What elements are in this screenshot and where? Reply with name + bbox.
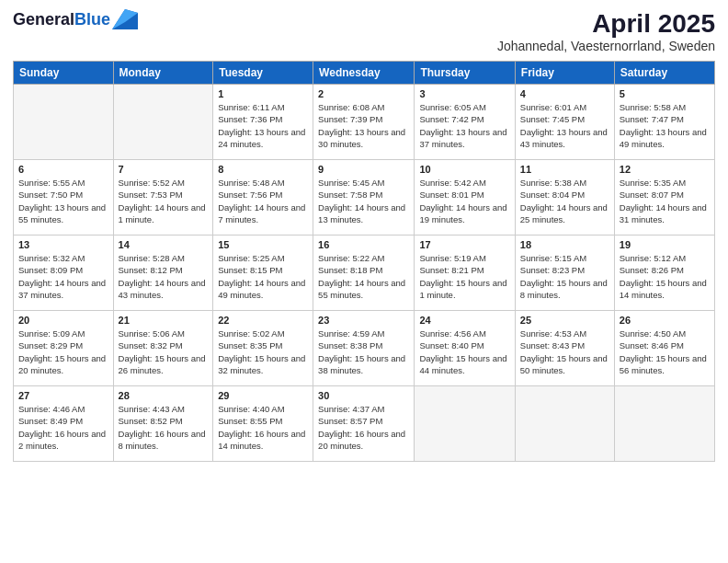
calendar-cell: 6Sunrise: 5:55 AMSunset: 7:50 PMDaylight… bbox=[14, 160, 114, 236]
calendar-week-4: 20Sunrise: 5:09 AMSunset: 8:29 PMDayligh… bbox=[14, 311, 715, 386]
day-number: 21 bbox=[119, 315, 209, 326]
calendar-cell: 12Sunrise: 5:35 AMSunset: 8:07 PMDayligh… bbox=[614, 160, 714, 236]
calendar-cell: 4Sunrise: 6:01 AMSunset: 7:45 PMDaylight… bbox=[515, 85, 614, 160]
calendar-cell: 14Sunrise: 5:28 AMSunset: 8:12 PMDayligh… bbox=[113, 236, 213, 311]
calendar-cell: 8Sunrise: 5:48 AMSunset: 7:56 PMDaylight… bbox=[213, 160, 313, 236]
day-info: Sunrise: 5:19 AMSunset: 8:21 PMDaylight:… bbox=[419, 252, 509, 301]
calendar-cell: 21Sunrise: 5:06 AMSunset: 8:32 PMDayligh… bbox=[113, 311, 213, 386]
col-tuesday: Tuesday bbox=[213, 62, 313, 85]
day-number: 28 bbox=[119, 390, 209, 401]
day-number: 2 bbox=[318, 88, 409, 99]
day-info: Sunrise: 5:28 AMSunset: 8:12 PMDaylight:… bbox=[119, 252, 209, 301]
calendar-week-1: 1Sunrise: 6:11 AMSunset: 7:36 PMDaylight… bbox=[14, 85, 715, 160]
day-info: Sunrise: 5:09 AMSunset: 8:29 PMDaylight:… bbox=[18, 327, 108, 376]
calendar-cell bbox=[113, 85, 213, 160]
calendar-cell: 10Sunrise: 5:42 AMSunset: 8:01 PMDayligh… bbox=[415, 160, 515, 236]
day-info: Sunrise: 5:55 AMSunset: 7:50 PMDaylight:… bbox=[18, 177, 108, 225]
day-number: 23 bbox=[318, 315, 409, 326]
calendar-header-row: Sunday Monday Tuesday Wednesday Thursday… bbox=[14, 62, 715, 85]
logo-general-text: GeneralBlue bbox=[13, 10, 110, 29]
day-info: Sunrise: 5:38 AMSunset: 8:04 PMDaylight:… bbox=[520, 177, 609, 225]
calendar-cell: 2Sunrise: 6:08 AMSunset: 7:39 PMDaylight… bbox=[313, 85, 415, 160]
day-info: Sunrise: 5:06 AMSunset: 8:32 PMDaylight:… bbox=[119, 327, 209, 376]
calendar-cell: 9Sunrise: 5:45 AMSunset: 7:58 PMDaylight… bbox=[313, 160, 415, 236]
day-number: 19 bbox=[620, 239, 710, 250]
calendar-cell: 19Sunrise: 5:12 AMSunset: 8:26 PMDayligh… bbox=[614, 236, 714, 311]
day-info: Sunrise: 4:59 AMSunset: 8:38 PMDaylight:… bbox=[318, 327, 409, 376]
day-number: 6 bbox=[18, 164, 108, 175]
day-info: Sunrise: 5:25 AMSunset: 8:15 PMDaylight:… bbox=[218, 252, 308, 301]
calendar-cell: 27Sunrise: 4:46 AMSunset: 8:49 PMDayligh… bbox=[14, 386, 114, 462]
day-info: Sunrise: 4:56 AMSunset: 8:40 PMDaylight:… bbox=[419, 327, 509, 376]
day-info: Sunrise: 4:53 AMSunset: 8:43 PMDaylight:… bbox=[520, 327, 609, 376]
calendar-cell bbox=[614, 386, 714, 462]
day-number: 14 bbox=[119, 239, 209, 250]
header: GeneralBlue April 2025 Johannedal, Vaest… bbox=[13, 9, 715, 53]
calendar-cell: 30Sunrise: 4:37 AMSunset: 8:57 PMDayligh… bbox=[313, 386, 415, 462]
day-number: 3 bbox=[419, 88, 509, 99]
calendar-week-3: 13Sunrise: 5:32 AMSunset: 8:09 PMDayligh… bbox=[14, 236, 715, 311]
calendar-cell: 29Sunrise: 4:40 AMSunset: 8:55 PMDayligh… bbox=[213, 386, 313, 462]
calendar-cell bbox=[415, 386, 515, 462]
day-number: 7 bbox=[119, 164, 209, 175]
day-number: 22 bbox=[218, 315, 308, 326]
day-info: Sunrise: 5:15 AMSunset: 8:23 PMDaylight:… bbox=[520, 252, 609, 301]
day-info: Sunrise: 5:02 AMSunset: 8:35 PMDaylight:… bbox=[218, 327, 308, 376]
day-number: 8 bbox=[218, 164, 308, 175]
day-info: Sunrise: 6:05 AMSunset: 7:42 PMDaylight:… bbox=[419, 101, 509, 150]
day-info: Sunrise: 5:52 AMSunset: 7:53 PMDaylight:… bbox=[119, 177, 209, 225]
day-info: Sunrise: 5:32 AMSunset: 8:09 PMDaylight:… bbox=[18, 252, 108, 301]
calendar-cell: 11Sunrise: 5:38 AMSunset: 8:04 PMDayligh… bbox=[515, 160, 614, 236]
page-subtitle: Johannedal, Vaesternorrland, Sweden bbox=[497, 39, 715, 53]
day-number: 11 bbox=[520, 164, 609, 175]
calendar-week-5: 27Sunrise: 4:46 AMSunset: 8:49 PMDayligh… bbox=[14, 386, 715, 462]
logo-icon bbox=[112, 9, 138, 29]
col-monday: Monday bbox=[113, 62, 213, 85]
day-info: Sunrise: 5:48 AMSunset: 7:56 PMDaylight:… bbox=[218, 177, 308, 225]
col-wednesday: Wednesday bbox=[313, 62, 415, 85]
day-number: 17 bbox=[419, 239, 509, 250]
col-friday: Friday bbox=[515, 62, 614, 85]
day-number: 27 bbox=[18, 390, 108, 401]
day-number: 29 bbox=[218, 390, 308, 401]
calendar-cell: 13Sunrise: 5:32 AMSunset: 8:09 PMDayligh… bbox=[14, 236, 114, 311]
day-number: 4 bbox=[520, 88, 609, 99]
calendar: Sunday Monday Tuesday Wednesday Thursday… bbox=[13, 61, 715, 462]
calendar-cell bbox=[14, 85, 114, 160]
day-info: Sunrise: 6:01 AMSunset: 7:45 PMDaylight:… bbox=[520, 101, 609, 150]
calendar-cell: 17Sunrise: 5:19 AMSunset: 8:21 PMDayligh… bbox=[415, 236, 515, 311]
calendar-cell: 16Sunrise: 5:22 AMSunset: 8:18 PMDayligh… bbox=[313, 236, 415, 311]
day-number: 9 bbox=[318, 164, 409, 175]
col-thursday: Thursday bbox=[415, 62, 515, 85]
calendar-cell: 20Sunrise: 5:09 AMSunset: 8:29 PMDayligh… bbox=[14, 311, 114, 386]
calendar-cell: 22Sunrise: 5:02 AMSunset: 8:35 PMDayligh… bbox=[213, 311, 313, 386]
day-info: Sunrise: 4:37 AMSunset: 8:57 PMDaylight:… bbox=[318, 403, 409, 452]
day-info: Sunrise: 5:22 AMSunset: 8:18 PMDaylight:… bbox=[318, 252, 409, 301]
col-sunday: Sunday bbox=[14, 62, 114, 85]
day-info: Sunrise: 5:42 AMSunset: 8:01 PMDaylight:… bbox=[419, 177, 509, 225]
day-number: 24 bbox=[419, 315, 509, 326]
calendar-cell: 7Sunrise: 5:52 AMSunset: 7:53 PMDaylight… bbox=[113, 160, 213, 236]
day-number: 26 bbox=[620, 315, 710, 326]
day-number: 5 bbox=[620, 88, 710, 99]
day-number: 15 bbox=[218, 239, 308, 250]
day-info: Sunrise: 5:45 AMSunset: 7:58 PMDaylight:… bbox=[318, 177, 409, 225]
logo-text: GeneralBlue bbox=[13, 9, 138, 29]
day-info: Sunrise: 4:50 AMSunset: 8:46 PMDaylight:… bbox=[620, 327, 710, 376]
calendar-cell: 18Sunrise: 5:15 AMSunset: 8:23 PMDayligh… bbox=[515, 236, 614, 311]
day-number: 16 bbox=[318, 239, 409, 250]
logo: GeneralBlue bbox=[13, 9, 138, 29]
calendar-cell: 23Sunrise: 4:59 AMSunset: 8:38 PMDayligh… bbox=[313, 311, 415, 386]
title-block: April 2025 Johannedal, Vaesternorrland, … bbox=[497, 9, 715, 53]
day-number: 13 bbox=[18, 239, 108, 250]
day-info: Sunrise: 4:43 AMSunset: 8:52 PMDaylight:… bbox=[119, 403, 209, 452]
day-info: Sunrise: 4:46 AMSunset: 8:49 PMDaylight:… bbox=[18, 403, 108, 452]
day-info: Sunrise: 4:40 AMSunset: 8:55 PMDaylight:… bbox=[218, 403, 308, 452]
calendar-cell bbox=[515, 386, 614, 462]
col-saturday: Saturday bbox=[614, 62, 714, 85]
calendar-cell: 26Sunrise: 4:50 AMSunset: 8:46 PMDayligh… bbox=[614, 311, 714, 386]
day-number: 30 bbox=[318, 390, 409, 401]
calendar-cell: 5Sunrise: 5:58 AMSunset: 7:47 PMDaylight… bbox=[614, 85, 714, 160]
calendar-cell: 1Sunrise: 6:11 AMSunset: 7:36 PMDaylight… bbox=[213, 85, 313, 160]
calendar-cell: 15Sunrise: 5:25 AMSunset: 8:15 PMDayligh… bbox=[213, 236, 313, 311]
